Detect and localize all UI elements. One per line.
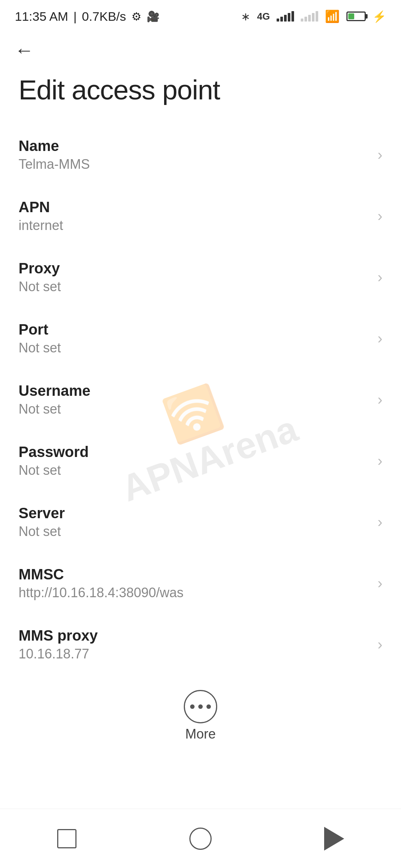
settings-item-apn[interactable]: APN internet ›: [0, 185, 401, 247]
chevron-right-icon-1: ›: [378, 208, 382, 224]
settings-item-label-7: MMSC: [19, 566, 370, 583]
settings-item-proxy[interactable]: Proxy Not set ›: [0, 247, 401, 308]
settings-item-label-0: Name: [19, 138, 370, 154]
settings-item-mmsc[interactable]: MMSC http://10.16.18.4:38090/was ›: [0, 553, 401, 614]
settings-item-content-7: MMSC http://10.16.18.4:38090/was: [19, 566, 370, 601]
charging-icon: ⚡: [372, 10, 386, 23]
settings-item-value-0: Telma-MMS: [19, 157, 370, 172]
settings-item-label-4: Username: [19, 382, 370, 399]
settings-item-value-2: Not set: [19, 279, 370, 295]
settings-item-password[interactable]: Password Not set ›: [0, 430, 401, 491]
dot-1: [190, 704, 195, 709]
settings-item-mms-proxy[interactable]: MMS proxy 10.16.18.77 ›: [0, 614, 401, 675]
settings-item-label-6: Server: [19, 505, 370, 522]
video-icon: 🎥: [147, 10, 160, 23]
signal-bars-2: [301, 11, 318, 22]
bottom-nav: [0, 809, 401, 868]
settings-item-label-3: Port: [19, 321, 370, 338]
wifi-icon: 📶: [325, 9, 340, 23]
network-4g-icon: 4G: [257, 11, 270, 22]
status-bar: 11:35 AM | 0.7KB/s ⚙ 🎥 ∗ 4G 📶 ⚡: [0, 0, 401, 30]
chevron-right-icon-0: ›: [378, 147, 382, 163]
settings-item-value-6: Not set: [19, 524, 370, 539]
more-section[interactable]: More: [0, 679, 401, 749]
settings-item-value-4: Not set: [19, 401, 370, 417]
settings-item-value-3: Not set: [19, 340, 370, 356]
more-dots: [190, 704, 211, 709]
settings-item-value-1: internet: [19, 218, 370, 233]
settings-item-port[interactable]: Port Not set ›: [0, 308, 401, 369]
speed-display: 0.7KB/s: [82, 9, 126, 24]
nav-home-button[interactable]: [182, 820, 219, 857]
settings-item-label-2: Proxy: [19, 260, 370, 277]
more-icon-circle: [184, 690, 217, 723]
chevron-right-icon-7: ›: [378, 575, 382, 592]
dot-3: [206, 704, 211, 709]
settings-item-server[interactable]: Server Not set ›: [0, 491, 401, 553]
back-arrow-icon: ←: [14, 40, 34, 60]
dot-2: [198, 704, 203, 709]
settings-item-value-7: http://10.16.18.4:38090/was: [19, 585, 370, 601]
status-left: 11:35 AM | 0.7KB/s ⚙ 🎥: [15, 9, 160, 24]
settings-item-content-1: APN internet: [19, 199, 370, 233]
settings-item-content-5: Password Not set: [19, 444, 370, 478]
settings-item-content-0: Name Telma-MMS: [19, 138, 370, 172]
chevron-right-icon-3: ›: [378, 330, 382, 347]
settings-item-content-8: MMS proxy 10.16.18.77: [19, 627, 370, 662]
settings-item-content-6: Server Not set: [19, 505, 370, 539]
bluetooth-icon: ∗: [241, 10, 250, 23]
back-button[interactable]: ←: [11, 37, 37, 63]
settings-item-username[interactable]: Username Not set ›: [0, 369, 401, 430]
nav-square-icon: [57, 829, 76, 848]
signal-bars-1: [277, 11, 294, 22]
settings-item-label-5: Password: [19, 444, 370, 460]
time-display: 11:35 AM: [15, 9, 68, 24]
chevron-right-icon-6: ›: [378, 514, 382, 530]
settings-item-content-4: Username Not set: [19, 382, 370, 417]
separator: |: [74, 9, 77, 24]
battery-icon: [346, 11, 366, 21]
settings-item-value-8: 10.16.18.77: [19, 646, 370, 662]
status-right: ∗ 4G 📶 ⚡: [241, 9, 386, 23]
settings-item-name[interactable]: Name Telma-MMS ›: [0, 124, 401, 185]
nav-back-button[interactable]: [316, 820, 353, 857]
settings-item-content-2: Proxy Not set: [19, 260, 370, 295]
settings-item-value-5: Not set: [19, 463, 370, 478]
settings-item-content-3: Port Not set: [19, 321, 370, 356]
settings-icon: ⚙: [131, 10, 141, 23]
chevron-right-icon-4: ›: [378, 391, 382, 408]
chevron-right-icon-8: ›: [378, 636, 382, 653]
more-label: More: [185, 726, 216, 742]
settings-item-label-1: APN: [19, 199, 370, 216]
chevron-right-icon-5: ›: [378, 453, 382, 469]
nav-recents-button[interactable]: [48, 820, 85, 857]
nav-circle-icon: [189, 828, 212, 850]
top-bar: ←: [0, 30, 401, 67]
page-title: Edit access point: [0, 67, 401, 124]
nav-triangle-icon: [324, 827, 344, 851]
settings-list: Name Telma-MMS › APN internet › Proxy No…: [0, 124, 401, 675]
chevron-right-icon-2: ›: [378, 269, 382, 286]
settings-item-label-8: MMS proxy: [19, 627, 370, 644]
